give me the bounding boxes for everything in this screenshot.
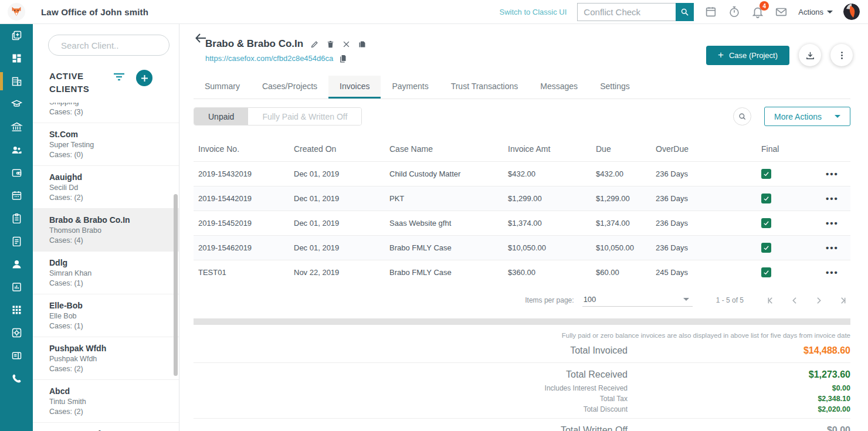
final-checkbox[interactable]: [761, 218, 771, 228]
firm-title: Law Office of John smith: [41, 7, 148, 17]
client-name: St.Com: [49, 130, 169, 139]
add-client-button[interactable]: [136, 70, 152, 86]
calendar-icon[interactable]: [704, 5, 717, 18]
sidebar-contacts-icon[interactable]: [0, 138, 33, 161]
tab-payments[interactable]: Payments: [381, 76, 439, 99]
client-search-input[interactable]: [61, 40, 178, 50]
row-actions-icon[interactable]: •••: [826, 218, 839, 228]
row-actions-icon[interactable]: •••: [826, 267, 839, 277]
notifications-bell-icon[interactable]: 4: [751, 5, 764, 18]
more-actions-button[interactable]: More Actions: [764, 107, 850, 126]
invoice-number-link[interactable]: 2019-15432019: [194, 162, 289, 186]
client-portal-url[interactable]: https://casefox.com/cfbd2c8e454d6ca: [205, 54, 333, 63]
sidebar-settings-icon[interactable]: [0, 321, 33, 344]
close-client-icon[interactable]: [342, 40, 351, 49]
invoice-number-link[interactable]: 2019-15442019: [194, 186, 289, 211]
final-checkbox[interactable]: [761, 194, 771, 203]
sidebar-education-icon[interactable]: [0, 93, 33, 116]
invoice-search-button[interactable]: [733, 107, 751, 125]
sidebar-phone-icon[interactable]: [0, 367, 33, 390]
tab-cases-projects[interactable]: Cases/Projects: [251, 76, 328, 99]
first-page-button[interactable]: [764, 293, 779, 308]
invoice-number-link[interactable]: 2019-15452019: [194, 211, 289, 236]
client-list-item-selected[interactable]: Brabo & Brabo Co.In Thomson Brabo Cases:…: [33, 209, 179, 252]
invoice-amount: $360.00: [503, 260, 591, 285]
more-menu-button[interactable]: [830, 44, 853, 66]
total-value: $2,348.10: [628, 395, 850, 403]
edit-client-icon[interactable]: [310, 40, 319, 49]
invoice-number-link[interactable]: TEST01: [194, 260, 289, 285]
invoice-date-link[interactable]: Dec 01, 2019: [289, 162, 385, 186]
conflict-check-search: [577, 3, 694, 21]
page-range: 1 - 5 of 5: [716, 296, 744, 304]
total-received-row: Total Received $1,273.60: [194, 366, 850, 383]
switch-classic-ui-link[interactable]: Switch to Classic UI: [499, 8, 567, 16]
sidebar-card-view-icon[interactable]: [0, 344, 33, 367]
sidebar-person-icon[interactable]: [0, 253, 33, 276]
previous-page-button[interactable]: [787, 293, 802, 308]
invoice-date-link[interactable]: Dec 01, 2019: [289, 186, 385, 211]
tab-trust-transactions[interactable]: Trust Transactions: [440, 76, 530, 99]
invoice-date-link[interactable]: Nov 22, 2019: [289, 260, 385, 285]
invoice-date-link[interactable]: Dec 01, 2019: [289, 236, 385, 260]
row-actions-icon[interactable]: •••: [826, 169, 839, 179]
client-list-item[interactable]: Elle-Bob Elle Bob Cases: (1): [33, 294, 179, 337]
tab-settings[interactable]: Settings: [589, 76, 641, 99]
download-button[interactable]: [799, 44, 821, 66]
kebab-menu-icon: [837, 50, 847, 60]
invoice-number-link[interactable]: 2019-15462019: [194, 236, 289, 260]
timer-icon[interactable]: [728, 5, 741, 18]
total-label: Total Invoiced: [194, 345, 628, 356]
conflict-search-button[interactable]: [676, 3, 694, 21]
filter-icon[interactable]: [113, 72, 126, 84]
client-list-item[interactable]: Ddlg Simran Khan Cases: (1): [33, 252, 179, 294]
final-checkbox[interactable]: [761, 243, 771, 253]
sidebar-reports-icon[interactable]: [0, 276, 33, 298]
client-list-item[interactable]: Aparna Saraf: [33, 423, 179, 431]
plus-icon: [141, 74, 148, 82]
invoice-case: PKT: [385, 186, 503, 211]
add-case-button[interactable]: + Case (Project): [706, 46, 789, 65]
client-list-item[interactable]: Abcd Tintu Smith Cases: (2): [33, 380, 179, 423]
mail-icon[interactable]: [775, 5, 788, 18]
sidebar-clients-icon[interactable]: [0, 70, 33, 93]
casefox-logo[interactable]: [8, 3, 25, 21]
final-checkbox[interactable]: [761, 169, 771, 179]
toggle-fully-paid[interactable]: Fully Paid & Written Off: [248, 108, 361, 125]
sidebar-apps-grid-icon[interactable]: [0, 298, 33, 321]
client-list-item[interactable]: Shipping Cases: (3): [33, 103, 179, 123]
tab-invoices[interactable]: Invoices: [328, 76, 381, 99]
last-page-button[interactable]: [834, 293, 849, 308]
user-avatar[interactable]: [843, 4, 860, 20]
sidebar-new-item-icon[interactable]: [0, 24, 33, 47]
actions-dropdown[interactable]: Actions: [798, 8, 833, 16]
tab-messages[interactable]: Messages: [529, 76, 589, 99]
tab-summary[interactable]: Summary: [194, 76, 251, 99]
items-per-page-select[interactable]: 100: [582, 294, 693, 307]
client-list-item[interactable]: Pushpak Wfdh Pushpak Wfdh Cases: (2): [33, 337, 179, 380]
client-list-item[interactable]: St.Com Super Testing Cases: (0): [33, 123, 179, 166]
sidebar-bank-icon[interactable]: [0, 116, 33, 138]
invoice-row: TEST01 Nov 22, 2019 Brabo FMLY Case $360…: [194, 260, 850, 285]
copy-url-icon[interactable]: [338, 54, 347, 63]
row-actions-icon[interactable]: •••: [826, 194, 839, 203]
sidebar-dashboard-icon[interactable]: [0, 47, 33, 70]
client-list-scrollbar[interactable]: [174, 194, 178, 376]
table-horizontal-scrollbar[interactable]: [194, 318, 850, 325]
sidebar-calendar-icon[interactable]: [0, 184, 33, 207]
delete-client-icon[interactable]: [326, 40, 335, 49]
client-page-title: Brabo & Brabo Co.In: [205, 38, 303, 50]
invoice-date-link[interactable]: Dec 01, 2019: [289, 211, 385, 236]
final-checkbox[interactable]: [761, 267, 771, 277]
sidebar-wallet-icon[interactable]: [0, 161, 33, 184]
client-list-item[interactable]: Aauighd Secili Dd Cases: (2): [33, 166, 179, 209]
total-value: $0.00: [628, 425, 850, 431]
conflict-check-input[interactable]: [578, 4, 676, 21]
sidebar-documents-icon[interactable]: [0, 230, 33, 253]
toggle-unpaid[interactable]: Unpaid: [194, 108, 248, 125]
row-actions-icon[interactable]: •••: [826, 243, 839, 253]
next-page-button[interactable]: [811, 293, 826, 308]
copy-client-icon[interactable]: [358, 40, 367, 49]
scrollbar-thumb[interactable]: [194, 318, 850, 325]
sidebar-tasks-icon[interactable]: [0, 207, 33, 230]
